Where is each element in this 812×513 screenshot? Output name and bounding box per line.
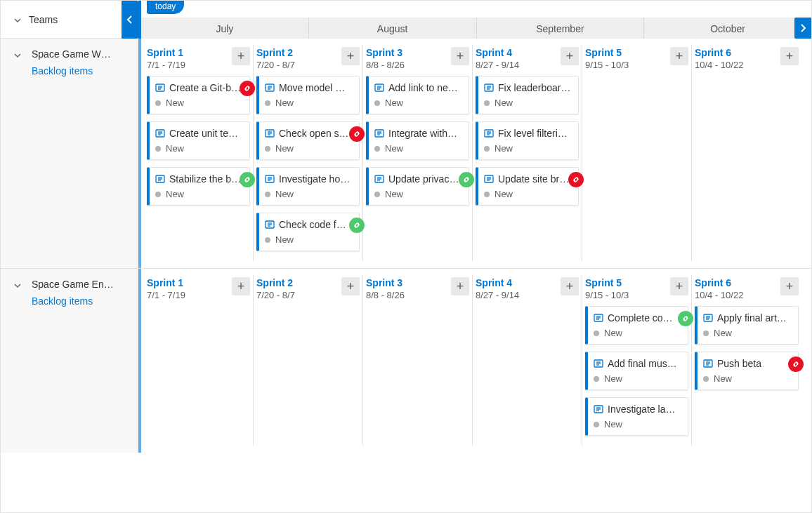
work-item-card[interactable]: Add final mus…New: [585, 352, 688, 390]
work-item-card[interactable]: Investigate la…New: [585, 397, 688, 436]
backlog-item-icon: [594, 404, 603, 414]
sprint-header: Sprint 610/4 - 10/22+: [695, 277, 799, 300]
state-dot-icon: [155, 100, 161, 106]
link-red-icon[interactable]: [568, 172, 584, 187]
card-state: New: [374, 189, 461, 199]
card-title: Update privac…: [388, 173, 459, 185]
link-green-icon[interactable]: [240, 172, 255, 187]
timeline-prev-button[interactable]: [122, 1, 138, 39]
add-item-button[interactable]: +: [451, 277, 469, 295]
card-title-row: Add link to ne…: [374, 82, 461, 93]
work-item-card[interactable]: Update privac…New: [366, 167, 469, 206]
state-label: New: [166, 143, 184, 154]
team-name[interactable]: Space Game W…: [32, 48, 131, 60]
work-item-card[interactable]: Complete co…New: [585, 306, 688, 345]
add-item-button[interactable]: +: [451, 47, 469, 65]
link-green-icon[interactable]: [678, 311, 693, 326]
sprint-column: Sprint 27/20 - 8/7+: [254, 274, 363, 446]
add-item-button[interactable]: +: [232, 277, 250, 295]
sprint-column: Sprint 38/8 - 8/26+: [363, 274, 473, 446]
work-item-card[interactable]: Update site br…New: [476, 167, 579, 206]
card-state: New: [594, 373, 681, 384]
state-label: New: [275, 234, 294, 245]
backlog-item-icon: [703, 313, 713, 323]
team-sidebar: Space Game En…Backlog items: [1, 269, 138, 453]
state-dot-icon: [594, 422, 599, 427]
add-item-button[interactable]: +: [341, 277, 360, 295]
card-title-row: Create a Git-b…: [155, 82, 242, 93]
chevron-down-icon[interactable]: [13, 281, 22, 290]
card-title-row: Update site br…: [484, 173, 571, 185]
add-item-button[interactable]: +: [780, 47, 799, 65]
card-state: New: [484, 189, 571, 199]
work-item-card[interactable]: Move model …New: [256, 76, 360, 114]
work-item-card[interactable]: Integrate with…New: [366, 121, 469, 160]
month-cell: August: [308, 18, 476, 39]
sprints-track: Sprint 17/1 - 7/19+Sprint 27/20 - 8/7+Sp…: [141, 269, 811, 453]
work-item-card[interactable]: Stabilize the b…New: [147, 167, 250, 206]
card-title-row: Stabilize the b…: [155, 173, 242, 185]
card-title: Create a Git-b…: [169, 82, 241, 93]
work-item-card[interactable]: Apply final art…New: [695, 306, 799, 345]
link-red-icon[interactable]: [788, 357, 804, 372]
backlog-item-icon: [484, 83, 494, 93]
sprint-title-link[interactable]: Sprint 3: [366, 277, 405, 288]
sprint-title-link[interactable]: Sprint 1: [147, 47, 185, 58]
add-item-button[interactable]: +: [670, 47, 688, 65]
card-state: New: [155, 189, 242, 199]
card-state: New: [703, 328, 791, 338]
state-label: New: [604, 419, 622, 429]
timeline-next-button[interactable]: [794, 18, 811, 39]
sprint-title-link[interactable]: Sprint 4: [476, 47, 519, 58]
chevron-down-icon[interactable]: [13, 51, 22, 60]
card-title: Complete co…: [608, 312, 673, 324]
sprint-title-link[interactable]: Sprint 6: [695, 47, 743, 58]
state-label: New: [275, 98, 294, 108]
sprint-header: Sprint 17/1 - 7/19+: [147, 47, 250, 70]
link-green-icon[interactable]: [349, 218, 365, 233]
state-dot-icon: [594, 331, 599, 336]
card-title-row: Update privac…: [374, 173, 461, 185]
link-red-icon[interactable]: [349, 126, 365, 142]
sprint-dates: 8/27 - 9/14: [476, 290, 519, 300]
add-item-button[interactable]: +: [341, 47, 360, 65]
sprint-title-link[interactable]: Sprint 2: [256, 47, 295, 58]
sprint-title-link[interactable]: Sprint 3: [366, 47, 405, 58]
link-red-icon[interactable]: [240, 81, 255, 96]
add-item-button[interactable]: +: [561, 277, 579, 295]
sprint-title-link[interactable]: Sprint 6: [695, 277, 743, 288]
add-item-button[interactable]: +: [670, 277, 688, 295]
work-item-card[interactable]: Fix level filteri…New: [476, 121, 579, 160]
backlog-items-link[interactable]: Backlog items: [32, 295, 131, 307]
backlog-items-link[interactable]: Backlog items: [32, 65, 131, 76]
work-item-card[interactable]: Check code f…New: [256, 213, 360, 251]
state-dot-icon: [484, 146, 490, 152]
sprint-title-link[interactable]: Sprint 1: [147, 277, 185, 288]
add-item-button[interactable]: +: [232, 47, 250, 65]
state-label: New: [495, 98, 513, 108]
sprint-header: Sprint 27/20 - 8/7+: [256, 277, 360, 300]
sprint-column: Sprint 610/4 - 10/22+Apply final art…New…: [692, 274, 801, 446]
sprint-title-link[interactable]: Sprint 5: [585, 47, 629, 58]
work-item-card[interactable]: Push betaNew: [695, 352, 799, 390]
add-item-button[interactable]: +: [561, 47, 579, 65]
work-item-card[interactable]: Fix leaderboar…New: [476, 76, 579, 114]
chevron-down-icon[interactable]: [13, 16, 22, 25]
add-item-button[interactable]: +: [780, 277, 799, 295]
sprint-title-link[interactable]: Sprint 5: [585, 277, 629, 288]
card-title-row: Investigate ho…: [265, 173, 352, 185]
team-name[interactable]: Space Game En…: [32, 279, 131, 290]
card-state: New: [484, 98, 571, 108]
work-item-card[interactable]: Investigate ho…New: [256, 167, 360, 206]
work-item-card[interactable]: Create unit te…New: [147, 121, 250, 160]
sprint-title-link[interactable]: Sprint 4: [476, 277, 519, 288]
card-title: Create unit te…: [169, 128, 238, 139]
link-green-icon[interactable]: [459, 172, 474, 187]
state-dot-icon: [155, 146, 161, 152]
today-pill[interactable]: today: [147, 0, 184, 14]
sprint-title-link[interactable]: Sprint 2: [256, 277, 295, 288]
work-item-card[interactable]: Add link to ne…New: [366, 76, 469, 114]
work-item-card[interactable]: Check open s…New: [256, 121, 360, 160]
card-title: Move model …: [279, 82, 345, 93]
work-item-card[interactable]: Create a Git-b…New: [147, 76, 250, 114]
